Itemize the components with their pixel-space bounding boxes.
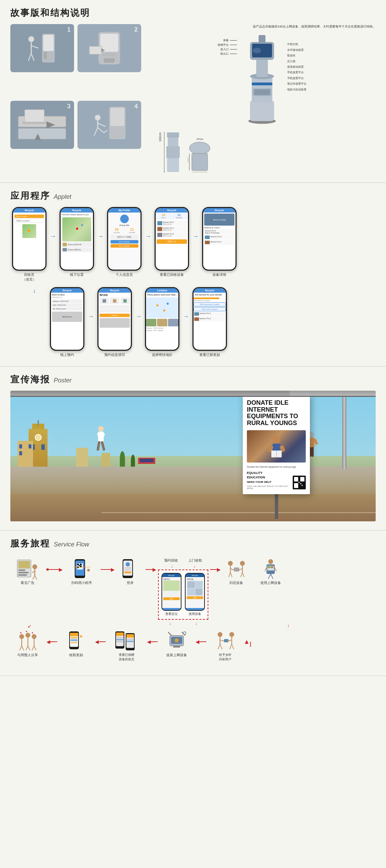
share-icon: ♥ ♥ ♥ — [15, 630, 41, 653]
flow-label-scan: 扫码用小程序 — [71, 581, 92, 585]
arrow-2: → — [96, 233, 105, 240]
svg-line-25 — [94, 128, 98, 135]
section-header-service: 服务旅程 Service Flow — [10, 538, 376, 550]
svg-rect-41 — [168, 138, 178, 146]
dimension-side-view — [164, 132, 182, 174]
phone-online-appoint: Recycle Door-to-door APPOINT TO Address:… — [48, 287, 86, 357]
svg-line-7 — [31, 54, 34, 61]
svg-rect-143 — [116, 639, 123, 640]
svg-line-99 — [229, 573, 230, 577]
sketch-3: 3 — [10, 101, 74, 149]
tree-1 — [120, 451, 125, 467]
sketch-4-svg — [81, 103, 138, 147]
svg-point-163 — [229, 632, 234, 637]
phone-profile: My Profile Zhang Wei 10 recycled 11 dona… — [105, 207, 143, 277]
svg-rect-136 — [71, 639, 77, 641]
svg-rect-42 — [166, 146, 180, 158]
svg-rect-40 — [167, 132, 179, 138]
phone-detail-label: 设备详情 — [212, 272, 226, 277]
dimension-top-view: 10cm — [188, 141, 212, 172]
flow-item-scan: 扫码用小程序 — [64, 558, 99, 585]
flow-connector-4: ▶ — [210, 558, 221, 572]
svg-rect-93 — [124, 567, 131, 568]
street-ground — [10, 467, 376, 522]
service-title-en: Service Flow — [54, 541, 89, 548]
svg-rect-86 — [79, 565, 80, 566]
sketch-grid: 1 2 — [10, 24, 141, 174]
svg-text:♥: ♥ — [32, 631, 33, 634]
svg-rect-115 — [271, 566, 273, 568]
svg-rect-74 — [18, 574, 27, 576]
billboard-subtext: Donate the Internet equipment to rural y… — [247, 465, 306, 469]
phone-form-label: 预约信息填写 — [104, 352, 125, 357]
svg-rect-2 — [44, 52, 47, 59]
phone-select-region: Location These places need your help... — [143, 287, 181, 357]
arrow-6: → — [134, 313, 143, 320]
story-content: 1 2 — [10, 24, 376, 174]
phone-profile-label: 个人信息页 — [116, 272, 133, 277]
section-header-poster: 宣传海报 Poster — [10, 373, 376, 386]
child-reading-svg — [263, 433, 290, 460]
svg-rect-72 — [18, 569, 25, 571]
svg-rect-29 — [250, 100, 274, 121]
phone-rewards-label: 查看已获奖励 — [199, 352, 220, 357]
rural-user-icon — [213, 630, 237, 653]
flow-connector-bottom-5: ▶ — [244, 630, 253, 644]
flow-item-share: ♥ ♥ ♥ 与周围人分享 — [10, 630, 45, 658]
building-left-1 — [18, 441, 33, 467]
phone-appoint-form: Recycle 预约信息 — [96, 287, 134, 357]
svg-point-96 — [228, 561, 233, 566]
svg-rect-135 — [71, 637, 77, 639]
svg-line-105 — [241, 573, 242, 577]
svg-line-128 — [26, 646, 28, 650]
down-arrow: ↓ — [21, 287, 48, 294]
flow-label-rural: 给予乡村 目标用户 — [219, 653, 231, 662]
svg-line-27 — [104, 130, 108, 132]
flow-item-rural: 给予乡村 目标用户 — [208, 630, 242, 662]
svg-point-75 — [32, 564, 37, 569]
qr-code — [293, 476, 306, 489]
svg-line-160 — [218, 644, 220, 649]
section-header-story: 故事版和结构说明 — [10, 7, 376, 19]
svg-line-24 — [98, 123, 106, 127]
service-section: 服务旅程 Service Flow — [0, 531, 386, 676]
flow-label-status: 查看已捐赠设备的状态 — [119, 653, 134, 662]
svg-line-166 — [230, 644, 232, 649]
svg-line-167 — [232, 644, 234, 649]
phone-online-label: 线上预约 — [60, 352, 74, 357]
flow-label-modify: 改装上网设备 — [166, 653, 187, 658]
svg-line-78 — [33, 575, 35, 579]
svg-rect-9 — [100, 34, 118, 52]
svg-rect-35 — [259, 35, 265, 43]
svg-rect-147 — [126, 634, 134, 638]
machine-3d-render — [240, 32, 284, 128]
svg-line-161 — [220, 644, 222, 649]
flow-label-login: 登录 — [127, 581, 134, 585]
flow-connector-bottom-2: ◀ — [95, 630, 106, 644]
svg-point-157 — [218, 632, 222, 637]
flow-item-login: 登录 — [116, 558, 144, 585]
svg-rect-95 — [124, 572, 131, 573]
flow-center-area: 预约回收 上门收取 ↓ ↓ Recycle — [158, 558, 208, 620]
flow-label-use-internet: 使用上网设备 — [260, 581, 281, 585]
arrow-4: → — [191, 233, 200, 240]
machine-note: 该产品总共能储存240台上网设备，按照调研结果、大约需要每半个月左右更换进行转响… — [148, 24, 376, 29]
sketch-2-svg — [81, 26, 138, 70]
svg-point-117 — [19, 634, 24, 639]
svg-point-119 — [32, 634, 36, 639]
machine-renders: 该产品总共能储存240台上网设备，按照调研结果、大约需要每半个月左右更换进行转响… — [148, 24, 376, 174]
svg-line-110 — [275, 568, 277, 571]
flow-item-status: 查看已捐赠设备的状态 — [107, 630, 145, 662]
person-walking-left — [91, 425, 111, 467]
svg-text:♥: ♥ — [20, 631, 22, 634]
roof-structure — [10, 391, 376, 397]
applet-row1: Recycle Door to door Offline location 回收… — [10, 207, 376, 282]
story-section: 故事版和结构说明 1 — [0, 0, 386, 183]
svg-rect-73 — [18, 572, 29, 573]
phone-offline-label: 线下位置 — [70, 272, 84, 277]
car-red — [138, 458, 155, 464]
section-header-applet: 应用程序 Applet — [10, 190, 376, 202]
flow-connector-bottom-4: ◀ — [196, 630, 206, 644]
flow-label-reward: 收取奖励 — [69, 653, 83, 658]
svg-point-89 — [87, 569, 90, 572]
